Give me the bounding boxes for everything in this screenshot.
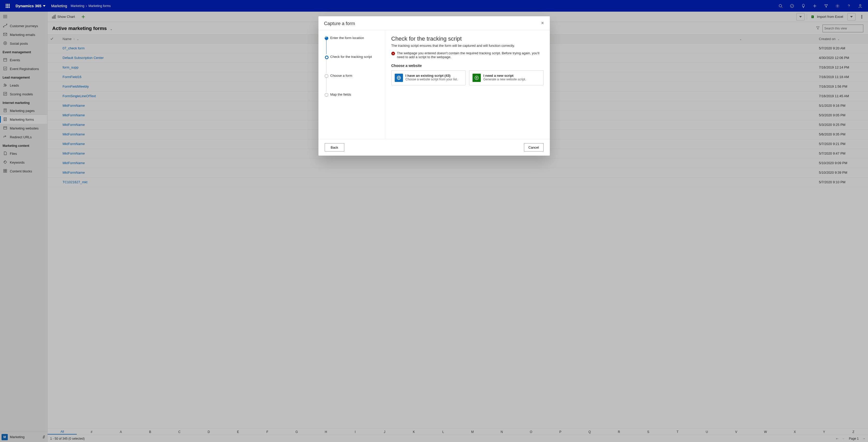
wizard-content: Check for the tracking script The tracki… xyxy=(385,30,550,139)
plus-circle-icon xyxy=(472,74,481,82)
wizard-step-3: Choose a form xyxy=(325,74,382,77)
svg-point-11 xyxy=(790,4,794,7)
wizard-step-label: Map the fields xyxy=(330,93,351,96)
svg-rect-3 xyxy=(6,5,6,6)
svg-rect-7 xyxy=(7,7,8,8)
wizard-step-label: Choose a form xyxy=(330,74,352,77)
breadcrumb-separator: › xyxy=(86,4,87,8)
svg-rect-5 xyxy=(9,5,9,6)
svg-point-14 xyxy=(837,5,838,6)
wizard-step-label: Check for the tracking script xyxy=(330,55,372,59)
brand-label: Dynamics 365 xyxy=(16,4,41,8)
svg-point-9 xyxy=(779,4,782,7)
modal-close-button[interactable]: ✕ xyxy=(541,21,544,25)
wizard-error-message: ✕ The webpage you entered doesn't contai… xyxy=(391,51,544,59)
svg-line-10 xyxy=(781,7,782,8)
search-icon[interactable] xyxy=(775,0,786,12)
app-area-label[interactable]: Marketing xyxy=(48,4,70,8)
add-icon[interactable] xyxy=(809,0,820,12)
svg-rect-4 xyxy=(7,5,8,6)
filter-icon[interactable] xyxy=(820,0,832,12)
lightbulb-icon[interactable] xyxy=(798,0,809,12)
capture-form-modal: Capture a form ✕ Enter the form location… xyxy=(318,16,550,156)
new-script-desc: Generate a new website script. xyxy=(484,77,526,81)
svg-rect-8 xyxy=(9,7,9,8)
choose-website-label: Choose a website xyxy=(391,64,544,68)
modal-backdrop: Capture a form ✕ Enter the form location… xyxy=(0,12,868,442)
back-button[interactable]: Back xyxy=(325,143,344,152)
breadcrumb-item-2[interactable]: Marketing forms xyxy=(88,4,111,8)
error-text: The webpage you entered doesn't contain … xyxy=(397,51,544,59)
error-icon: ✕ xyxy=(391,52,395,55)
product-brand[interactable]: Dynamics 365 xyxy=(13,4,48,8)
svg-rect-6 xyxy=(6,7,6,8)
global-navbar: Dynamics 365 Marketing Marketing › Marke… xyxy=(0,0,868,12)
wizard-step-2: Check for the tracking script xyxy=(325,55,382,59)
app-launcher-button[interactable] xyxy=(2,4,13,8)
breadcrumb-item-1[interactable]: Marketing xyxy=(71,4,85,8)
wizard-step-4: Map the fields xyxy=(325,93,382,96)
account-icon[interactable] xyxy=(855,0,866,12)
svg-rect-0 xyxy=(6,4,6,5)
task-icon[interactable] xyxy=(786,0,798,12)
wizard-heading: Check for the tracking script xyxy=(391,35,544,42)
existing-script-desc: Choose a website script from your list. xyxy=(406,77,458,81)
chevron-down-icon xyxy=(43,5,45,7)
wizard-step-label: Enter the form location xyxy=(330,36,364,40)
new-script-card[interactable]: I need a new script Generate a new websi… xyxy=(469,70,544,85)
svg-point-15 xyxy=(860,4,861,6)
wizard-subtext: The tracking script ensures that the for… xyxy=(391,44,544,48)
globe-icon xyxy=(395,74,403,82)
settings-icon[interactable] xyxy=(832,0,843,12)
existing-script-card[interactable]: I have an existing script (43) Choose a … xyxy=(391,70,466,85)
wizard-step-1: Enter the form location xyxy=(325,36,382,40)
svg-rect-1 xyxy=(7,4,8,5)
new-script-title: I need a new script xyxy=(484,74,526,77)
wizard-steps: Enter the form locationCheck for the tra… xyxy=(318,30,385,139)
existing-script-title: I have an existing script (43) xyxy=(406,74,458,77)
help-icon[interactable] xyxy=(843,0,855,12)
svg-rect-2 xyxy=(9,4,9,5)
cancel-button[interactable]: Cancel xyxy=(524,143,544,152)
breadcrumb: Marketing › Marketing forms xyxy=(71,4,111,8)
modal-title: Capture a form xyxy=(324,21,355,26)
